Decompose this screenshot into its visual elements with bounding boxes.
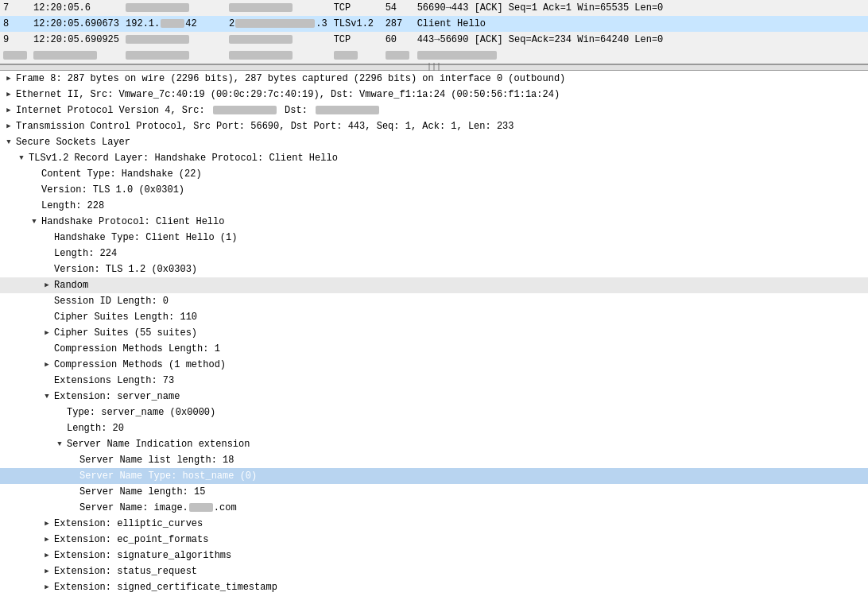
frame-text: Frame 8: 287 bytes on wire (2296 bits), … <box>16 73 565 84</box>
cipher-suites-line[interactable]: Cipher Suites (55 suites) <box>0 325 868 341</box>
version-tls10-text: Version: TLS 1.0 (0x0301) <box>41 184 184 196</box>
ext-sct-expander[interactable] <box>41 582 52 593</box>
packet-dst: 2.3 <box>226 16 331 32</box>
compression-length-line[interactable]: Compression Methods Length: 1 <box>0 341 868 357</box>
sni-type-text: Server Name Type: host_name (0) <box>79 470 257 482</box>
ethernet-line[interactable]: Ethernet II, Src: Vmware_7c:40:19 (00:0c… <box>0 87 868 103</box>
packet-table[interactable]: 7 12:20:05.6 TCP 54 56690→443 [ACK] Seq=… <box>0 0 868 64</box>
cipher-suites-text: Cipher Suites (55 suites) <box>54 327 197 339</box>
session-id-length-text: Session ID Length: 0 <box>54 296 169 307</box>
handshake-type-line[interactable]: Handshake Type: Client Hello (1) <box>0 230 868 246</box>
packet-proto: TCP <box>331 0 382 16</box>
tls-record-text: TLSv1.2 Record Layer: Handshake Protocol… <box>29 153 338 164</box>
tls-record-line[interactable]: TLSv1.2 Record Layer: Handshake Protocol… <box>0 150 868 166</box>
cipher-suites-length-line[interactable]: Cipher Suites Length: 110 <box>0 309 868 325</box>
packet-len: 60 <box>382 32 414 48</box>
ext-status-expander[interactable] <box>41 566 52 577</box>
ext-status-line[interactable]: Extension: status_request <box>0 563 868 579</box>
ext-elliptic-text: Extension: elliptic_curves <box>54 518 203 529</box>
length-228-line[interactable]: Length: 228 <box>0 198 868 214</box>
ext-sig-alg-line[interactable]: Extension: signature_algorithms <box>0 548 868 563</box>
sni-name-line[interactable]: Server Name: image..com <box>0 500 868 516</box>
sni-list-length-text: Server Name list length: 18 <box>79 455 234 466</box>
handshake-text: Handshake Protocol: Client Hello <box>41 216 224 227</box>
packet-len: 54 <box>382 0 414 16</box>
packet-row-ellipsis <box>0 48 868 64</box>
ext-elliptic-line[interactable]: Extension: elliptic_curves <box>0 516 868 532</box>
packet-num: 7 <box>0 0 30 16</box>
sni-name-length-text: Server Name length: 15 <box>79 486 205 498</box>
ext-server-name-text: Extension: server_name <box>54 391 180 402</box>
packet-src <box>122 32 226 48</box>
ext-sct-text: Extension: signed_certificate_timestamp <box>54 582 277 593</box>
ext-sig-alg-text: Extension: signature_algorithms <box>54 550 231 561</box>
ext-elliptic-expander[interactable] <box>41 518 52 529</box>
packet-info: Client Hello <box>414 16 868 32</box>
sni-label-line[interactable]: Server Name Indication extension <box>0 436 868 452</box>
tls-record-expander[interactable] <box>16 153 27 164</box>
tcp-expander[interactable] <box>3 121 14 132</box>
frame-line[interactable]: Frame 8: 287 bytes on wire (2296 bits), … <box>0 71 868 87</box>
session-id-length-line[interactable]: Session ID Length: 0 <box>0 293 868 309</box>
handshake-version-text: Version: TLS 1.2 (0x0303) <box>54 264 197 275</box>
sni-label-expander[interactable] <box>54 439 65 450</box>
handshake-expander[interactable] <box>29 216 40 227</box>
compression-methods-expander[interactable] <box>41 359 52 370</box>
packet-time: 12:20:05.690673 <box>30 16 122 32</box>
ext-sct-line[interactable]: Extension: signed_certificate_timestamp <box>0 579 868 595</box>
version-tls10-line[interactable]: Version: TLS 1.0 (0x0301) <box>0 182 868 198</box>
ssl-line[interactable]: Secure Sockets Layer <box>0 134 868 150</box>
packet-proto: TLSv1.2 <box>331 16 382 32</box>
ext-ec-point-expander[interactable] <box>41 534 52 545</box>
sni-list-length-line[interactable]: Server Name list length: 18 <box>0 452 868 468</box>
ext-ec-point-text: Extension: ec_point_formats <box>54 534 208 545</box>
packet-info: 443→56690 [ACK] Seq=Ack=234 Win=64240 Le… <box>414 32 868 48</box>
ssl-expander[interactable] <box>3 137 14 148</box>
extensions-length-line[interactable]: Extensions Length: 73 <box>0 373 868 389</box>
handshake-line[interactable]: Handshake Protocol: Client Hello <box>0 214 868 230</box>
packet-time: 12:20:05.690925 <box>30 32 122 48</box>
content-type-line[interactable]: Content Type: Handshake (22) <box>0 166 868 182</box>
ip-expander[interactable] <box>3 105 14 116</box>
packet-row-8[interactable]: 8 12:20:05.690673 192.1.42 2.3 TLSv1.2 2… <box>0 16 868 32</box>
ext-type-line[interactable]: Type: server_name (0x0000) <box>0 405 868 420</box>
ext-server-name-expander[interactable] <box>41 391 52 402</box>
compression-length-text: Compression Methods Length: 1 <box>54 343 220 354</box>
ext-length-line[interactable]: Length: 20 <box>0 420 868 436</box>
packet-time: 12:20:05.6 <box>30 0 122 16</box>
handshake-version-line[interactable]: Version: TLS 1.2 (0x0303) <box>0 261 868 277</box>
content-type-text: Content Type: Handshake (22) <box>41 168 202 180</box>
frame-expander[interactable] <box>3 73 14 84</box>
random-line[interactable]: Random <box>0 277 868 293</box>
ethernet-text: Ethernet II, Src: Vmware_7c:40:19 (00:0c… <box>16 89 560 100</box>
handshake-length-text: Length: 224 <box>54 248 117 259</box>
ssl-text: Secure Sockets Layer <box>16 137 130 148</box>
compression-methods-line[interactable]: Compression Methods (1 method) <box>0 357 868 373</box>
packet-row-9[interactable]: 9 12:20:05.690925 TCP 60 443→56690 [ACK]… <box>0 32 868 48</box>
pane-separator[interactable]: ||| <box>0 64 868 71</box>
packet-row-7[interactable]: 7 12:20:05.6 TCP 54 56690→443 [ACK] Seq=… <box>0 0 868 16</box>
ip-line[interactable]: Internet Protocol Version 4, Src: Dst: <box>0 103 868 118</box>
sni-label-text: Server Name Indication extension <box>67 439 250 450</box>
tcp-line[interactable]: Transmission Control Protocol, Src Port:… <box>0 118 868 134</box>
compression-methods-text: Compression Methods (1 method) <box>54 359 226 370</box>
packet-num: 9 <box>0 32 30 48</box>
ext-server-name-line[interactable]: Extension: server_name <box>0 389 868 405</box>
ext-length-text: Length: 20 <box>67 423 124 434</box>
length-228-text: Length: 228 <box>41 200 104 211</box>
packet-num: 8 <box>0 16 30 32</box>
handshake-length-line[interactable]: Length: 224 <box>0 246 868 261</box>
random-expander[interactable] <box>41 280 52 291</box>
cipher-suites-expander[interactable] <box>41 327 52 339</box>
ethernet-expander[interactable] <box>3 89 14 100</box>
ip-text: Internet Protocol Version 4, Src: Dst: <box>16 105 379 116</box>
packet-proto: TCP <box>331 32 382 48</box>
sni-type-line[interactable]: Server Name Type: host_name (0) <box>0 468 868 484</box>
ext-sig-alg-expander[interactable] <box>41 550 52 561</box>
packet-len: 287 <box>382 16 414 32</box>
tcp-text: Transmission Control Protocol, Src Port:… <box>16 121 514 132</box>
ext-ec-point-line[interactable]: Extension: ec_point_formats <box>0 532 868 548</box>
ext-status-text: Extension: status_request <box>54 566 197 577</box>
sni-name-length-line[interactable]: Server Name length: 15 <box>0 484 868 500</box>
random-text: Random <box>54 280 88 291</box>
